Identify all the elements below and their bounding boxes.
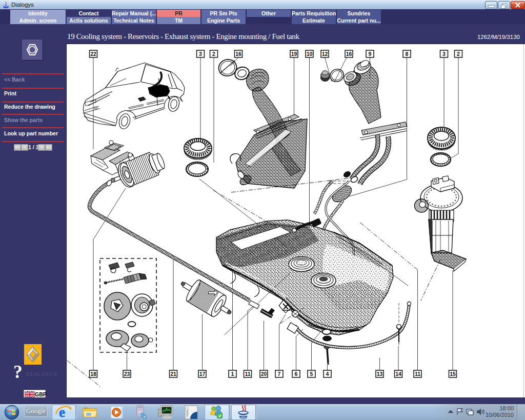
svg-text:15: 15 (450, 371, 456, 377)
svg-text:3: 3 (442, 51, 446, 57)
svg-text:16: 16 (235, 51, 241, 57)
svg-text:21: 21 (170, 371, 176, 377)
svg-text:23: 23 (124, 371, 130, 377)
svg-text:9: 9 (369, 51, 372, 57)
svg-text:19: 19 (291, 51, 297, 57)
svg-text:1: 1 (231, 371, 234, 377)
svg-text:13: 13 (377, 371, 383, 377)
svg-text:3: 3 (199, 51, 202, 57)
svg-text:11: 11 (245, 371, 250, 377)
svg-text:18: 18 (90, 371, 96, 377)
svg-text:16: 16 (346, 51, 352, 57)
svg-text:2: 2 (457, 51, 460, 57)
svg-text:8: 8 (406, 51, 409, 57)
svg-text:22: 22 (90, 51, 96, 57)
svg-text:17: 17 (199, 371, 206, 377)
svg-text:5: 5 (310, 371, 313, 377)
svg-text:14: 14 (395, 371, 401, 377)
svg-text:12: 12 (322, 51, 328, 57)
svg-text:11: 11 (415, 371, 420, 377)
svg-text:20: 20 (261, 371, 267, 377)
svg-text:2: 2 (212, 51, 215, 57)
svg-text:4: 4 (326, 371, 329, 377)
svg-text:10: 10 (307, 51, 313, 57)
svg-text:7: 7 (278, 371, 281, 377)
svg-text:6: 6 (295, 371, 298, 377)
